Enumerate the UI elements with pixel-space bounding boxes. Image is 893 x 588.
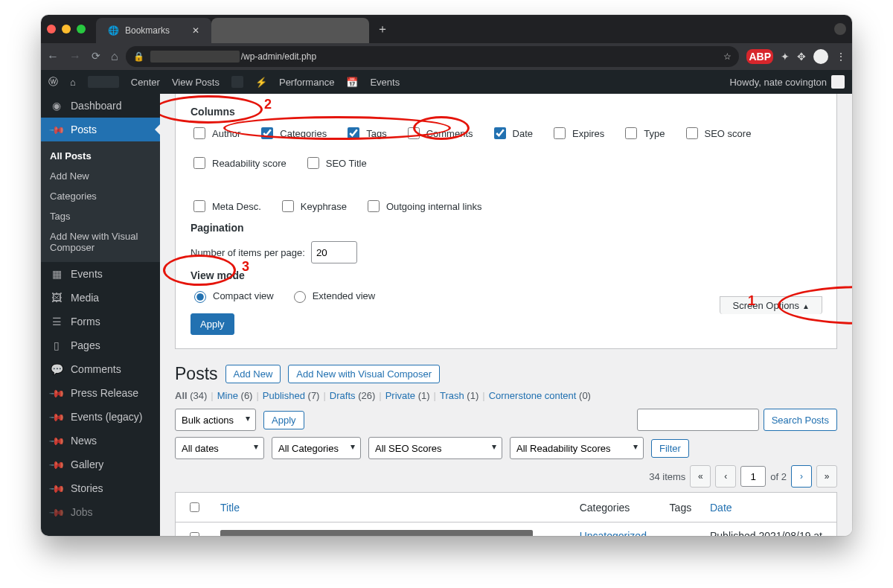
column-toggle-expires[interactable]: Expires (551, 125, 604, 141)
column-toggle-checkbox[interactable] (261, 127, 273, 139)
sidebar-subitem-add-new[interactable]: Add New (41, 166, 160, 186)
readability-filter-select[interactable]: All Readability Scores (510, 437, 644, 459)
forward-icon[interactable]: → (69, 50, 81, 63)
search-input[interactable] (637, 409, 759, 431)
column-toggle-checkbox[interactable] (193, 157, 205, 169)
adminbar-item[interactable]: Center (131, 77, 160, 88)
column-toggle-checkbox[interactable] (554, 127, 566, 139)
column-toggle-type[interactable]: Type (622, 125, 665, 141)
adminbar-item[interactable]: Performance (279, 77, 334, 88)
window-controls[interactable] (47, 25, 86, 33)
status-filter-trash[interactable]: Trash (440, 390, 467, 401)
browser-menu-icon[interactable]: ⋮ (836, 51, 846, 63)
bulk-apply-button[interactable]: Apply (263, 411, 304, 429)
column-toggle-author[interactable]: Author (191, 125, 240, 141)
adblock-icon[interactable]: ABP (746, 49, 773, 64)
sidebar-item-events[interactable]: ▦Events (41, 262, 160, 286)
sidebar-subitem-all-posts[interactable]: All Posts (41, 146, 160, 166)
column-toggle-tags[interactable]: Tags (345, 125, 386, 141)
address-bar[interactable]: 🔒 /wp-admin/edit.php ☆ (126, 46, 740, 67)
sidebar-item-stories[interactable]: 📌Stories (41, 476, 160, 500)
back-icon[interactable]: ← (47, 50, 59, 63)
sidebar-item-news[interactable]: 📌News (41, 429, 160, 453)
adminbar-item[interactable]: View Posts (172, 77, 220, 88)
sidebar-item-events-legacy[interactable]: 📌Events (legacy) (41, 405, 160, 429)
column-toggle-meta-desc-[interactable]: Meta Desc. (191, 198, 261, 214)
column-toggle-checkbox[interactable] (307, 157, 319, 169)
view-mode-extended[interactable]: Extended view (290, 289, 376, 303)
new-tab-button[interactable]: ＋ (377, 22, 388, 37)
profile-indicator-icon[interactable] (834, 23, 846, 35)
sidebar-item-gallery[interactable]: 📌Gallery (41, 453, 160, 476)
column-toggle-outgoing-internal-links[interactable]: Outgoing internal links (365, 198, 482, 214)
site-name-redacted[interactable] (88, 76, 119, 88)
column-toggle-seo-title[interactable]: SEO Title (304, 155, 367, 171)
dates-filter-select[interactable]: All dates (175, 437, 264, 459)
close-window-icon[interactable] (47, 25, 56, 33)
select-all-checkbox[interactable] (190, 502, 199, 512)
add-new-button[interactable]: Add New (225, 365, 281, 383)
sidebar-item-media[interactable]: 🖾Media (41, 286, 160, 310)
browser-tab-inactive[interactable] (211, 18, 369, 43)
first-page-button[interactable]: « (690, 465, 711, 488)
column-toggle-checkbox[interactable] (686, 127, 698, 139)
filter-button[interactable]: Filter (651, 439, 689, 458)
bookmark-star-icon[interactable]: ☆ (723, 51, 732, 62)
minimize-window-icon[interactable] (62, 25, 71, 33)
sidebar-item-press-release[interactable]: 📌Press Release (41, 381, 160, 405)
sidebar-subitem-categories[interactable]: Categories (41, 186, 160, 206)
yoast-icon[interactable] (231, 76, 243, 88)
reload-icon[interactable]: ⟳ (92, 50, 100, 63)
seo-scores-filter-select[interactable]: All SEO Scores (368, 437, 502, 459)
column-toggle-checkbox[interactable] (494, 127, 506, 139)
column-toggle-categories[interactable]: Categories (258, 125, 327, 141)
status-filter-drafts[interactable]: Drafts (330, 390, 358, 401)
sidebar-item-comments[interactable]: 💬Comments (41, 357, 160, 381)
status-filter-private[interactable]: Private (385, 390, 418, 401)
sidebar-item-pages[interactable]: ▯Pages (41, 333, 160, 357)
sidebar-subitem-add-new-vc[interactable]: Add New with Visual Composer (41, 226, 160, 258)
post-title-redacted[interactable] (220, 530, 533, 536)
maximize-window-icon[interactable] (77, 25, 86, 33)
column-toggle-checkbox[interactable] (368, 200, 380, 212)
close-tab-icon[interactable]: ✕ (192, 25, 199, 36)
sidebar-item-dashboard[interactable]: ◉Dashboard (41, 94, 160, 118)
column-tags[interactable]: Tags (662, 493, 702, 523)
search-posts-button[interactable]: Search Posts (764, 409, 837, 431)
profile-avatar-icon[interactable] (813, 49, 828, 64)
column-toggle-checkbox[interactable] (408, 127, 420, 139)
items-per-page-input[interactable] (311, 241, 357, 263)
categories-filter-select[interactable]: All Categories (272, 437, 361, 459)
sidebar-subitem-tags[interactable]: Tags (41, 206, 160, 226)
column-toggle-date[interactable]: Date (491, 125, 533, 141)
row-select-checkbox[interactable] (190, 532, 199, 536)
screen-options-tab[interactable]: Screen Options▲ (720, 296, 822, 314)
extensions-puzzle-icon[interactable]: ✥ (797, 51, 806, 63)
adminbar-item[interactable]: Events (370, 77, 400, 88)
home-icon[interactable]: ⌂ (70, 77, 76, 88)
sidebar-item-posts[interactable]: 📌Posts (41, 118, 160, 141)
column-toggle-checkbox[interactable] (625, 127, 637, 139)
row-category-link[interactable]: Uncategorized (580, 530, 647, 536)
column-toggle-readability-score[interactable]: Readability score (191, 155, 287, 171)
last-page-button[interactable]: » (816, 465, 837, 488)
column-toggle-seo-score[interactable]: SEO score (683, 125, 752, 141)
bulk-actions-select[interactable]: Bulk actions (175, 409, 256, 431)
sidebar-item-jobs[interactable]: 📌Jobs (41, 500, 160, 524)
next-page-button[interactable]: › (791, 465, 812, 488)
browser-tab[interactable]: 🌐 Bookmarks ✕ (96, 18, 211, 43)
extension-icon[interactable]: ✦ (781, 51, 790, 63)
column-toggle-comments[interactable]: Comments (405, 125, 473, 141)
column-categories[interactable]: Categories (572, 493, 662, 523)
status-filter-cornerstone-content[interactable]: Cornerstone content (489, 390, 579, 401)
column-toggle-checkbox[interactable] (282, 200, 294, 212)
wp-logo-icon[interactable]: ⓦ (48, 75, 58, 89)
status-filter-mine[interactable]: Mine (217, 390, 241, 401)
column-toggle-checkbox[interactable] (193, 127, 205, 139)
column-toggle-keyphrase[interactable]: Keyphrase (279, 198, 347, 214)
column-title[interactable]: Title (213, 493, 572, 523)
column-toggle-checkbox[interactable] (348, 127, 359, 139)
status-filter-published[interactable]: Published (263, 390, 308, 401)
page-number-input[interactable] (740, 466, 766, 487)
add-new-vc-button[interactable]: Add New with Visual Composer (288, 365, 440, 383)
